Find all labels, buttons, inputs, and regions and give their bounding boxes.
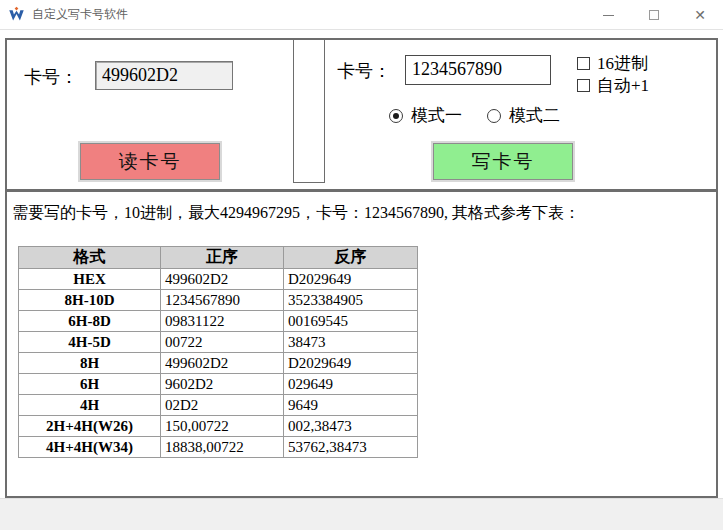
- table-cell: 002,38473: [284, 416, 418, 437]
- table-row: 4H02D29649: [19, 395, 418, 416]
- table-row: 8H-10D12345678903523384905: [19, 290, 418, 311]
- minimize-icon: [603, 15, 614, 16]
- auto-inc-checkbox[interactable]: [577, 79, 590, 92]
- app-logo-icon: [8, 6, 25, 23]
- table-cell: 02D2: [161, 395, 284, 416]
- close-icon: ✕: [694, 7, 706, 23]
- table-cell: 499602D2: [161, 269, 284, 290]
- column-header-reverse: 反序: [284, 247, 418, 269]
- mode2-radio-row[interactable]: 模式二: [487, 104, 560, 127]
- table-cell: 1234567890: [161, 290, 284, 311]
- hex-checkbox-row[interactable]: 16进制: [577, 52, 648, 75]
- maximize-button[interactable]: [631, 0, 677, 30]
- write-card-label: 卡号：: [337, 59, 391, 83]
- close-button[interactable]: ✕: [677, 0, 723, 30]
- write-card-input[interactable]: 1234567890: [405, 55, 551, 85]
- auto-inc-checkbox-label: 自动+1: [597, 74, 649, 97]
- table-row: 4H+4H(W34)18838,0072253762,38473: [19, 437, 418, 458]
- mode1-radio-label: 模式一: [411, 104, 462, 127]
- table-row: 6H9602D2029649: [19, 374, 418, 395]
- table-cell: 6H-8D: [19, 311, 161, 332]
- table-header-row: 格式 正序 反序: [19, 247, 418, 269]
- window-title: 自定义写卡号软件: [32, 6, 128, 23]
- table-cell: 150,00722: [161, 416, 284, 437]
- divider-box: [293, 38, 325, 183]
- table-cell: 8H: [19, 353, 161, 374]
- column-header-forward: 正序: [161, 247, 284, 269]
- hex-checkbox[interactable]: [577, 57, 590, 70]
- format-description: 需要写的卡号，10进制，最大4294967295，卡号：1234567890, …: [12, 203, 580, 224]
- app-window: 自定义写卡号软件 ✕ 卡号： 499602D2 读卡号 卡号： 12345678…: [0, 0, 723, 530]
- table-cell: 00722: [161, 332, 284, 353]
- read-card-label: 卡号：: [24, 65, 78, 89]
- status-bar: [0, 498, 723, 530]
- table-cell: 18838,00722: [161, 437, 284, 458]
- table-cell: 4H: [19, 395, 161, 416]
- table-cell: 9649: [284, 395, 418, 416]
- mode2-radio[interactable]: [487, 109, 501, 123]
- table-cell: D2029649: [284, 269, 418, 290]
- title-bar: 自定义写卡号软件 ✕: [0, 0, 723, 30]
- maximize-icon: [649, 10, 659, 20]
- table-cell: 00169545: [284, 311, 418, 332]
- write-card-button[interactable]: 写卡号: [433, 143, 573, 180]
- table-cell: 2H+4H(W26): [19, 416, 161, 437]
- mode1-radio-row[interactable]: 模式一: [389, 104, 462, 127]
- table-row: HEX499602D2D2029649: [19, 269, 418, 290]
- table-row: 2H+4H(W26)150,00722002,38473: [19, 416, 418, 437]
- table-cell: 3523384905: [284, 290, 418, 311]
- column-header-format: 格式: [19, 247, 161, 269]
- mode2-radio-label: 模式二: [509, 104, 560, 127]
- read-card-input[interactable]: 499602D2: [95, 61, 233, 90]
- auto-inc-checkbox-row[interactable]: 自动+1: [577, 74, 649, 97]
- table-cell: 9602D2: [161, 374, 284, 395]
- table-cell: D2029649: [284, 353, 418, 374]
- table-cell: 8H-10D: [19, 290, 161, 311]
- table-cell: HEX: [19, 269, 161, 290]
- minimize-button[interactable]: [585, 0, 631, 30]
- table-cell: 53762,38473: [284, 437, 418, 458]
- table-cell: 4H-5D: [19, 332, 161, 353]
- mode1-radio[interactable]: [389, 109, 403, 123]
- table-cell: 029649: [284, 374, 418, 395]
- read-card-button[interactable]: 读卡号: [80, 143, 220, 180]
- table-row: 4H-5D0072238473: [19, 332, 418, 353]
- table-cell: 4H+4H(W34): [19, 437, 161, 458]
- table-row: 6H-8D0983112200169545: [19, 311, 418, 332]
- format-table: 格式 正序 反序 HEX499602D2D20296498H-10D123456…: [18, 246, 418, 458]
- table-row: 8H499602D2D2029649: [19, 353, 418, 374]
- table-cell: 09831122: [161, 311, 284, 332]
- table-cell: 38473: [284, 332, 418, 353]
- table-cell: 6H: [19, 374, 161, 395]
- hex-checkbox-label: 16进制: [597, 52, 648, 75]
- table-cell: 499602D2: [161, 353, 284, 374]
